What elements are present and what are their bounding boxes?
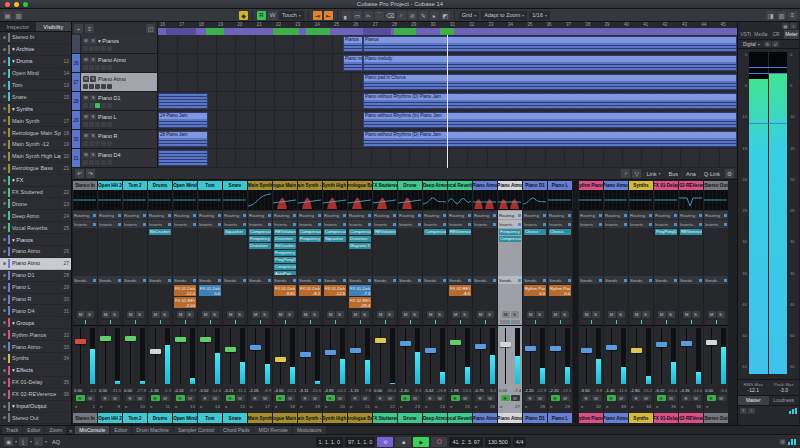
mixer-channel-strip[interactable]: Retrologue Main SynthRoutingInsertsREVel…	[273, 181, 297, 423]
zone-toggle-zoom[interactable]: Zoom	[45, 426, 66, 434]
sends-header[interactable]: Sends	[423, 276, 447, 284]
automation-write-button[interactable]: W	[86, 395, 95, 401]
page-scroll-icon[interactable]: ⇤	[324, 11, 333, 20]
channel-edit-button[interactable]: e	[250, 404, 252, 409]
channel-mute-button[interactable]: M	[583, 311, 591, 318]
channel-edit-button[interactable]: e	[225, 404, 227, 409]
channel-fader[interactable]	[323, 325, 347, 386]
mute-button[interactable]: M	[83, 38, 89, 44]
inserts-header[interactable]: Inserts	[654, 220, 678, 228]
pan-control[interactable]	[681, 320, 701, 324]
mixer-channel-strip[interactable]: Deep AtmoRoutingInsertsCompressorSendsMS…	[423, 181, 447, 423]
channel-fader[interactable]	[348, 325, 372, 386]
midi-clip[interactable]: Piano pad in Chorus	[363, 74, 737, 90]
channel-name-label[interactable]: Snare	[223, 413, 247, 423]
track-visible-dot[interactable]	[3, 191, 6, 194]
mixer-channel-strip[interactable]: Piano AtmoRoutingInsertsFrequencyCompres…	[498, 181, 522, 423]
pan-control[interactable]	[325, 320, 345, 324]
channel-name-label[interactable]: Main Synth High Layer	[323, 181, 347, 190]
channel-mute-button[interactable]: M	[633, 311, 641, 318]
panel-close-icon[interactable]: ≡	[790, 23, 797, 29]
channel-solo-button[interactable]: S	[411, 311, 419, 318]
mixer-channel-strip[interactable]: DrumsRoutingInsertsBitCrusherSendsMS-1.3…	[148, 181, 172, 423]
routing-slot[interactable]: Routing	[223, 211, 247, 219]
channel-eq-curve[interactable]	[223, 190, 247, 210]
channel-fader[interactable]	[629, 325, 653, 386]
inserts-header[interactable]: Inserts	[704, 220, 728, 228]
automation-read-button[interactable]: R	[476, 395, 485, 401]
pan-control[interactable]	[150, 320, 170, 324]
pan-control[interactable]	[550, 320, 570, 324]
tab-meter[interactable]: Meter	[784, 30, 799, 39]
channel-edit-button[interactable]: e	[550, 404, 552, 409]
mixer-channel-strip[interactable]: Main SynthRoutingInsertsCompressorFreque…	[248, 181, 272, 423]
channel-name-label[interactable]: Stereo Out	[704, 413, 728, 423]
solo-button[interactable]: S	[90, 38, 96, 44]
playhead[interactable]	[447, 35, 448, 168]
track-visible-dot[interactable]	[3, 357, 6, 360]
mute-button[interactable]: M	[83, 95, 89, 101]
pan-control[interactable]	[525, 320, 545, 324]
mixer-channel-strip[interactable]: SynthsRoutingInsertsSendsMS-2.80-15.2RWe…	[629, 181, 653, 423]
track-header[interactable]: 28MSPiano D1	[72, 92, 157, 111]
visibility-row[interactable]: Tom13	[0, 80, 71, 92]
solo-button[interactable]: S	[90, 57, 96, 63]
mixer-channel-strip[interactable]: Piano AtmoRoutingInsertsSendsMS-0.75-8.2…	[473, 181, 497, 423]
mixer-channel-strip[interactable]: FX StutteredRoutingInsertsREVelationSend…	[373, 181, 397, 423]
channel-mute-button[interactable]: M	[608, 311, 616, 318]
automation-write-button[interactable]: W	[386, 395, 395, 401]
channel-name-label[interactable]: Main Synth -12	[298, 181, 322, 190]
fader-handle[interactable]	[350, 348, 361, 353]
channel-name-label[interactable]: Vocal Reverbs	[448, 181, 472, 190]
channel-mute-button[interactable]: M	[452, 311, 460, 318]
automation-read-button[interactable]: R	[526, 395, 535, 401]
automation-write-button[interactable]: W	[136, 395, 145, 401]
channel-solo-button[interactable]: S	[336, 311, 344, 318]
routing-slot[interactable]: Routing	[298, 211, 322, 219]
mixer-channel-strip[interactable]: Stereo OutRoutingInsertsSendsMS0.00-3.0R…	[704, 181, 728, 423]
routing-slot[interactable]: Routing	[198, 211, 222, 219]
tab-vsti[interactable]: VSTi	[738, 30, 753, 39]
track-visible-dot[interactable]	[3, 48, 6, 51]
channel-solo-button[interactable]: S	[236, 311, 244, 318]
track-control-button[interactable]	[101, 141, 106, 146]
channel-mute-button[interactable]: M	[527, 311, 535, 318]
mixer-channel-strip[interactable]: Retrologue BassRoutingInsertsCompressorD…	[348, 181, 372, 423]
tab-master[interactable]: Master	[738, 396, 769, 405]
channel-name-label[interactable]: Open Mind	[173, 181, 197, 190]
mixer-channel-strip[interactable]: Open HH 2RoutingInsertsSendsMS0.00-31.5R…	[98, 181, 122, 423]
mixer-channel-strip[interactable]: Rythm PianosRoutingInsertsSendsMS-3.50-9…	[579, 181, 603, 423]
sends-header[interactable]: Sends	[604, 276, 628, 284]
lower-zone-tab-midi-remote[interactable]: MIDI Remote	[254, 426, 291, 434]
routing-slot[interactable]: Routing	[654, 211, 678, 219]
track-visible-dot[interactable]	[3, 179, 6, 182]
inserts-header[interactable]: Inserts	[148, 220, 172, 228]
channel-fader[interactable]	[198, 325, 222, 386]
channel-name-label[interactable]: Retrologue Bass	[348, 413, 372, 423]
inserts-header[interactable]: Inserts	[223, 220, 247, 228]
channel-solo-button[interactable]: S	[311, 311, 319, 318]
channel-name-label[interactable]: Open Mind	[173, 413, 197, 423]
fader-handle[interactable]	[681, 341, 692, 346]
visibility-row[interactable]: ▾ Synths	[0, 103, 71, 115]
sends-header[interactable]: Sends	[123, 276, 147, 284]
routing-slot[interactable]: Routing	[248, 211, 272, 219]
tab-visibility[interactable]: Visibility	[36, 22, 72, 31]
pan-control[interactable]	[200, 320, 220, 324]
automation-read-button[interactable]: R	[501, 395, 510, 401]
insert-plugin-slot[interactable]: BitCrusher	[149, 229, 171, 235]
channel-edit-button[interactable]: e	[275, 404, 277, 409]
channel-fader[interactable]	[123, 325, 147, 386]
track-control-button[interactable]	[107, 84, 112, 89]
automation-write-button[interactable]: W	[642, 395, 651, 401]
solo-button[interactable]: S	[90, 133, 96, 139]
channel-name-label[interactable]: Deep Atmo	[423, 181, 447, 190]
sends-header[interactable]: Sends	[273, 276, 297, 284]
channel-edit-button[interactable]: e	[581, 404, 583, 409]
automation-write-button[interactable]: W	[667, 395, 676, 401]
object-selection-tool-icon[interactable]: ▖	[342, 11, 351, 20]
channel-eq-curve[interactable]	[73, 190, 97, 210]
track-visible-dot[interactable]	[3, 286, 6, 289]
channel-solo-button[interactable]: S	[561, 311, 569, 318]
undo-icon[interactable]: ↶	[75, 169, 84, 178]
